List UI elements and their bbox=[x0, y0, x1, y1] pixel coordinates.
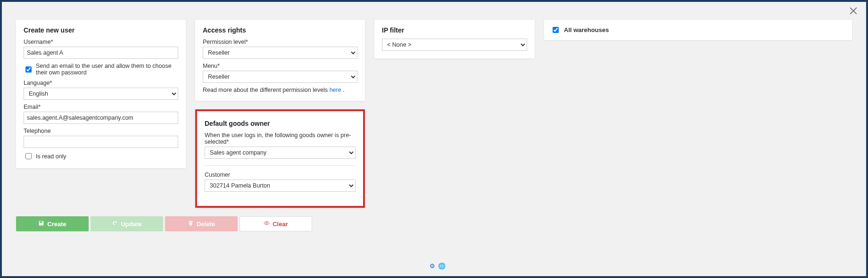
panel-access-rights: Access rights Permission level* Reseller… bbox=[195, 20, 365, 101]
ip-filter-select[interactable]: < None > bbox=[382, 39, 527, 51]
panel-title-access-rights: Access rights bbox=[203, 26, 357, 34]
panel-create-user: Create new user Username* Send an email … bbox=[16, 20, 186, 168]
telephone-label: Telephone bbox=[24, 128, 178, 134]
eye-icon bbox=[264, 220, 270, 228]
username-input[interactable] bbox=[24, 47, 178, 59]
panel-title-create-user: Create new user bbox=[24, 26, 178, 34]
telephone-input[interactable] bbox=[24, 136, 178, 148]
refresh-icon bbox=[112, 220, 118, 228]
panel-ip-filter: IP filter < None > bbox=[374, 20, 535, 58]
readonly-label: Is read only bbox=[36, 153, 66, 160]
menu-select[interactable]: Reseller bbox=[203, 71, 357, 83]
email-label: Email* bbox=[24, 104, 178, 110]
menu-label: Menu* bbox=[203, 63, 357, 69]
permission-help-text: Read more about the different permission… bbox=[203, 87, 357, 93]
clear-button-label: Clear bbox=[273, 221, 288, 228]
save-icon bbox=[38, 220, 44, 228]
readonly-checkbox[interactable] bbox=[25, 153, 32, 159]
goods-owner-preselect-label: When the user logs in, the following goo… bbox=[205, 132, 355, 145]
dialog-frame: Create new user Username* Send an email … bbox=[2, 2, 866, 276]
clear-button[interactable]: Clear bbox=[240, 216, 312, 231]
update-button: Update bbox=[91, 216, 163, 231]
action-button-row: Create Update Delete Clear bbox=[16, 216, 852, 231]
customer-select[interactable]: 302714 Pamela Burton bbox=[205, 180, 355, 192]
all-warehouses-label: All warehouses bbox=[564, 26, 609, 33]
customer-label: Customer bbox=[205, 172, 355, 178]
delete-button-label: Delete bbox=[197, 221, 215, 228]
globe-icon[interactable]: 🌐 bbox=[438, 262, 446, 270]
layout-columns: Create new user Username* Send an email … bbox=[16, 20, 852, 208]
email-input[interactable] bbox=[24, 112, 178, 124]
update-button-label: Update bbox=[121, 221, 141, 228]
footer-icons: ⚙ 🌐 bbox=[430, 262, 446, 270]
gear-icon[interactable]: ⚙ bbox=[430, 262, 435, 270]
permission-label: Permission level* bbox=[203, 39, 357, 45]
permission-help-link[interactable]: here bbox=[330, 87, 341, 93]
permission-select[interactable]: Reseller bbox=[203, 47, 357, 59]
divider bbox=[205, 165, 355, 166]
all-warehouses-checkbox[interactable] bbox=[553, 27, 559, 33]
create-button-label: Create bbox=[47, 221, 66, 228]
close-icon[interactable] bbox=[849, 7, 858, 15]
svg-point-2 bbox=[266, 222, 267, 224]
goods-owner-select[interactable]: Sales agent company bbox=[205, 147, 355, 159]
panel-title-ip-filter: IP filter bbox=[382, 26, 527, 34]
username-label: Username* bbox=[24, 39, 178, 45]
delete-button: Delete bbox=[165, 216, 238, 231]
language-label: Language* bbox=[24, 80, 178, 86]
language-select[interactable]: English bbox=[24, 88, 178, 100]
panel-warehouses: All warehouses bbox=[544, 20, 852, 40]
panel-title-goods-owner: Default goods owner bbox=[205, 120, 355, 127]
send-email-checkbox[interactable] bbox=[25, 66, 32, 73]
panel-default-goods-owner: Default goods owner When the user logs i… bbox=[195, 109, 365, 208]
create-button[interactable]: Create bbox=[16, 216, 89, 231]
trash-icon bbox=[188, 220, 194, 228]
send-email-label: Send an email to the user and allow them… bbox=[36, 63, 178, 76]
